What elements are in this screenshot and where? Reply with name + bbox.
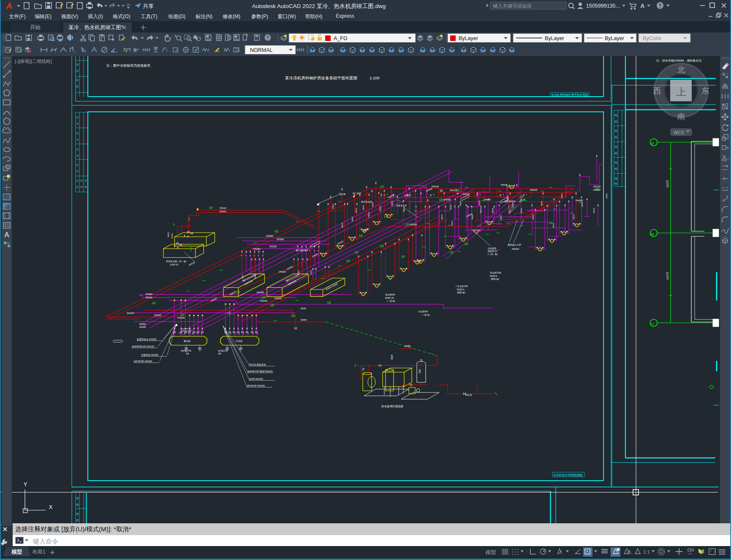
svg-text:DN200: DN200 bbox=[480, 208, 482, 213]
svg-text:10F/2F/3F DN200: 10F/2F/3F DN200 bbox=[133, 360, 152, 363]
svg-text:DN200: DN200 bbox=[356, 208, 357, 213]
svg-text:DN325: DN325 bbox=[337, 240, 344, 245]
svg-text:DN200: DN200 bbox=[521, 208, 522, 213]
svg-text:ByColor: ByColor bbox=[643, 35, 661, 41]
svg-text:接某某某管: 接某某某管 bbox=[396, 204, 407, 207]
svg-text:DN200: DN200 bbox=[332, 204, 334, 209]
svg-text:ByLayer: ByLayer bbox=[605, 35, 624, 41]
svg-text:?: ? bbox=[658, 3, 661, 9]
svg-text:DN200: DN200 bbox=[127, 312, 134, 314]
svg-text:DN200: DN200 bbox=[561, 193, 563, 198]
svg-text:3.30: 3.30 bbox=[152, 302, 156, 304]
svg-text:DN000: DN000 bbox=[512, 248, 519, 250]
svg-text:接三某管: 接三某管 bbox=[353, 192, 361, 195]
svg-text:DN400: DN400 bbox=[146, 296, 152, 299]
svg-text:DN250: DN250 bbox=[286, 265, 293, 271]
svg-text:DN200: DN200 bbox=[451, 221, 453, 226]
svg-text:DN025: DN025 bbox=[432, 185, 439, 188]
svg-text:3.30: 3.30 bbox=[549, 222, 553, 224]
svg-text:DN4: DN4 bbox=[419, 369, 421, 373]
svg-text:1:1: 1:1 bbox=[643, 549, 650, 555]
svg-text:二次水泵,600: 二次水泵,600 bbox=[455, 285, 468, 287]
svg-text:DN31: DN31 bbox=[310, 270, 312, 274]
svg-text:DN200: DN200 bbox=[472, 214, 473, 219]
svg-text:DN200: DN200 bbox=[450, 204, 452, 210]
svg-text:10F/2F/3F DN200: 10F/2F/3F DN200 bbox=[246, 384, 265, 387]
svg-text:DN210: DN210 bbox=[220, 207, 226, 209]
svg-text:冷水泵600: 冷水泵600 bbox=[418, 310, 428, 313]
svg-text:DN400: DN400 bbox=[139, 326, 146, 328]
svg-text:(两用-备): (两用-备) bbox=[491, 278, 499, 281]
svg-text:3.30: 3.30 bbox=[465, 243, 468, 245]
svg-text:各4F8F9F10F-DN125: 各4F8F9F10F-DN125 bbox=[132, 345, 154, 348]
svg-text:DN400: DN400 bbox=[139, 323, 146, 325]
svg-text:DN200: DN200 bbox=[541, 201, 543, 206]
svg-text:DN200: DN200 bbox=[154, 314, 161, 317]
svg-text:A: A bbox=[640, 2, 645, 9]
svg-text:E10F-25: E10F-25 bbox=[170, 263, 178, 266]
svg-text:3.30: 3.30 bbox=[181, 314, 185, 316]
svg-text:DN2-25: DN2-25 bbox=[465, 394, 472, 396]
svg-text:冷水机组: 冷水机组 bbox=[488, 247, 496, 249]
svg-text:布局1: 布局1 bbox=[32, 549, 46, 555]
svg-text:DN31: DN31 bbox=[254, 274, 256, 279]
svg-text:3.30: 3.30 bbox=[380, 185, 384, 187]
svg-text:3.30: 3.30 bbox=[519, 195, 523, 197]
svg-text:DN251: DN251 bbox=[253, 248, 261, 250]
svg-text:DN250: DN250 bbox=[177, 317, 185, 319]
svg-text:DN200: DN200 bbox=[573, 214, 575, 219]
svg-text:DN300: DN300 bbox=[443, 198, 451, 201]
svg-text:ByLayer: ByLayer bbox=[459, 35, 478, 41]
svg-text:3.30: 3.30 bbox=[227, 312, 231, 314]
svg-text:DN200: DN200 bbox=[606, 193, 608, 198]
svg-text:DN210: DN210 bbox=[220, 210, 226, 213]
svg-text:机房补给水 DN025: 机房补给水 DN025 bbox=[137, 338, 156, 341]
svg-text:Autodesk AutoCAD 2022 某冷、热水机: Autodesk AutoCAD 2022 某冷、热水机房竣工图.dwg bbox=[252, 3, 386, 9]
svg-text:DN25-6: DN25-6 bbox=[457, 288, 464, 291]
svg-text:A: A bbox=[224, 47, 227, 52]
svg-text:3.30: 3.30 bbox=[346, 260, 350, 262]
svg-text:排污管: 排污管 bbox=[339, 193, 346, 196]
svg-text:DN200: DN200 bbox=[171, 233, 173, 238]
svg-text:DN400: DN400 bbox=[146, 293, 152, 295]
svg-text:DN125 接某某管: DN125 接某某管 bbox=[249, 363, 266, 366]
svg-text:DN200: DN200 bbox=[593, 208, 595, 213]
svg-text:3.30: 3.30 bbox=[291, 314, 295, 317]
svg-text:DN200: DN200 bbox=[380, 206, 381, 211]
svg-text:DN025: DN025 bbox=[530, 189, 537, 191]
svg-text:?: ? bbox=[266, 35, 269, 40]
svg-text:DN200: DN200 bbox=[368, 212, 370, 217]
svg-text:DN300: DN300 bbox=[266, 235, 273, 237]
svg-text:DN010: DN010 bbox=[188, 261, 196, 266]
svg-text:DN025: DN025 bbox=[279, 271, 286, 273]
svg-text:DN200: DN200 bbox=[391, 201, 393, 206]
svg-text:DN025: DN025 bbox=[260, 300, 267, 302]
svg-text:3.30: 3.30 bbox=[274, 230, 278, 232]
svg-text:3.30: 3.30 bbox=[359, 234, 363, 236]
svg-text:(两用-备): (两用-备) bbox=[457, 291, 465, 294]
svg-text:NORMAL: NORMAL bbox=[250, 47, 273, 53]
svg-text:A: A bbox=[4, 231, 9, 239]
svg-text:分水器: 分水器 bbox=[236, 340, 243, 342]
svg-text:DN200: DN200 bbox=[363, 205, 364, 210]
svg-text:某水泵0.6回: 某水泵0.6回 bbox=[490, 271, 501, 274]
svg-text:集水器: 集水器 bbox=[184, 340, 191, 342]
svg-text:DN80: DN80 bbox=[405, 345, 410, 347]
svg-text:键入关键字或短语: 键入关键字或短语 bbox=[493, 3, 532, 8]
svg-text:某水泵600: 某水泵600 bbox=[385, 293, 395, 296]
svg-text:DN025: DN025 bbox=[593, 189, 601, 191]
svg-text:DN125: DN125 bbox=[450, 189, 457, 192]
svg-text:DN125: DN125 bbox=[519, 197, 526, 203]
svg-text:某某某水箱(一用一备): 某某某水箱(一用一备) bbox=[166, 260, 187, 263]
svg-text:循环泵1:F0:: 循环泵1:F0: bbox=[218, 349, 228, 352]
svg-text:DN200: DN200 bbox=[441, 214, 443, 219]
svg-text:DN5F-25: DN5F-25 bbox=[385, 297, 394, 299]
svg-text:模型: 模型 bbox=[485, 549, 496, 555]
svg-text:0N: 0N bbox=[362, 368, 364, 371]
svg-text:DN200: DN200 bbox=[500, 215, 502, 220]
svg-text:倒某某-会: 倒某某-会 bbox=[487, 250, 497, 253]
svg-text:3.30: 3.30 bbox=[262, 296, 266, 298]
svg-text:接至某水箱: 接至某水箱 bbox=[361, 200, 372, 203]
svg-text:DN300: DN300 bbox=[410, 223, 417, 226]
svg-text:〈一用-备〉: 〈一用-备〉 bbox=[420, 314, 432, 317]
